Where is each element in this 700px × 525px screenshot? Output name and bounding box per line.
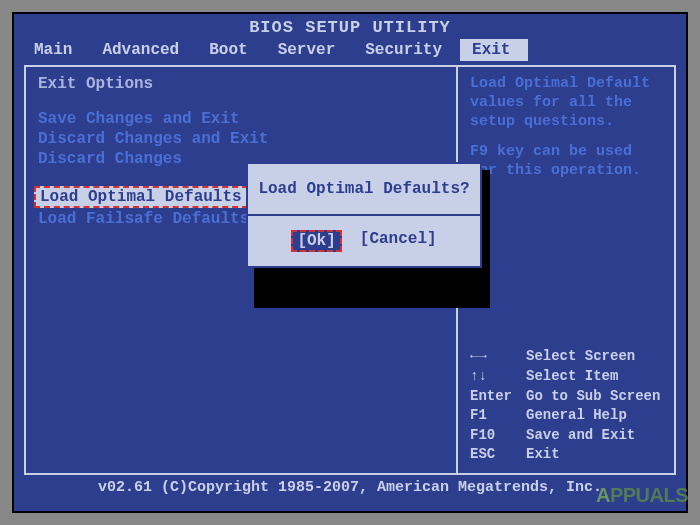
nav-desc-screen: Select Screen [526,347,635,367]
menu-boot[interactable]: Boot [197,39,265,61]
help-text-1: Load Optimal Default values for all the … [470,75,662,131]
menu-security[interactable]: Security [353,39,460,61]
nav-desc-help: General Help [526,406,627,426]
menu-bar: Main Advanced Boot Server Security Exit [14,39,686,61]
watermark: AAPPUALSPPUALS [596,484,688,507]
nav-key-f10: F10 [470,426,526,446]
nav-key-esc: ESC [470,445,526,465]
option-load-optimal[interactable]: Load Optimal Defaults [34,186,248,208]
dialog-buttons: [Ok] [Cancel] [248,216,480,266]
bios-screen: BIOS SETUP UTILITY Main Advanced Boot Se… [12,12,688,513]
nav-desc-exit: Exit [526,445,560,465]
option-save-exit[interactable]: Save Changes and Exit [38,109,444,129]
section-title: Exit Options [38,75,444,93]
menu-main[interactable]: Main [22,39,90,61]
option-discard-exit[interactable]: Discard Changes and Exit [38,129,444,149]
menu-advanced[interactable]: Advanced [90,39,197,61]
menu-server[interactable]: Server [266,39,354,61]
ok-button[interactable]: [Ok] [291,230,341,252]
nav-desc-save: Save and Exit [526,426,635,446]
right-panel: Load Optimal Default values for all the … [458,65,676,475]
title-bar: BIOS SETUP UTILITY [14,14,686,39]
confirm-dialog: Load Optimal Defaults? [Ok] [Cancel] [246,162,482,268]
cancel-button[interactable]: [Cancel] [360,230,437,252]
nav-desc-sub: Go to Sub Screen [526,387,660,407]
dialog-title: Load Optimal Defaults? [248,164,480,214]
nav-desc-item: Select Item [526,367,618,387]
footer: v02.61 (C)Copyright 1985-2007, American … [14,475,686,496]
nav-key-lr: ←→ [470,347,526,367]
nav-key-f1: F1 [470,406,526,426]
nav-key-ud: ↑↓ [470,367,526,387]
nav-key-enter: Enter [470,387,526,407]
nav-help: ←→Select Screen ↑↓Select Item EnterGo to… [470,347,662,465]
help-text-2: F9 key can be used for this operation. [470,143,662,181]
menu-exit[interactable]: Exit [460,39,528,61]
